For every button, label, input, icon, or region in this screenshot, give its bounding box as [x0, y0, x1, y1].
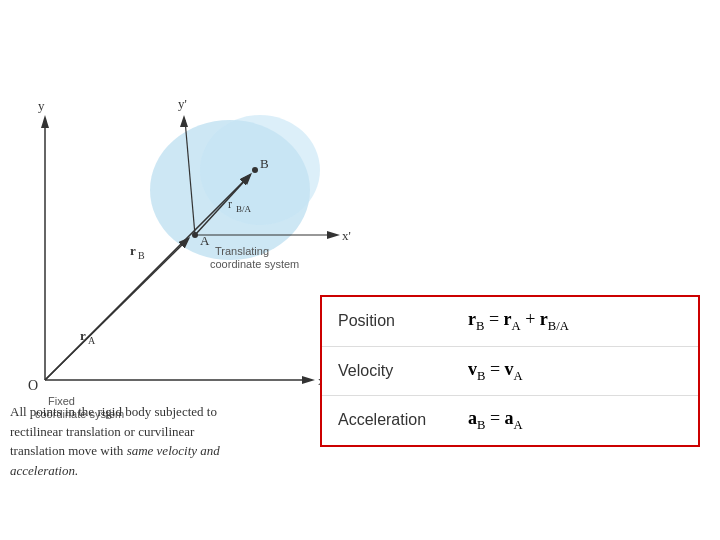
svg-marker-10 [180, 115, 188, 127]
acceleration-label: Acceleration [322, 396, 452, 445]
table-row-velocity: Velocity vB = vA [322, 346, 698, 396]
info-table: Position rB = rA + rB/A Velocity vB = vA… [322, 297, 698, 445]
svg-line-22 [45, 176, 249, 380]
description-text: All points in the rigid body subjected t… [10, 402, 250, 480]
svg-marker-13 [327, 231, 340, 239]
info-table-container: Position rB = rA + rB/A Velocity vB = vA… [320, 295, 700, 447]
velocity-label: Velocity [322, 346, 452, 396]
svg-text:y': y' [178, 96, 187, 111]
table-row-position: Position rB = rA + rB/A [322, 297, 698, 346]
svg-text:B: B [138, 250, 145, 261]
acceleration-formula: aB = aA [452, 396, 698, 445]
svg-text:A: A [200, 233, 210, 248]
position-label: Position [322, 297, 452, 346]
table-row-acceleration: Acceleration aB = aA [322, 396, 698, 445]
velocity-formula: vB = vA [452, 346, 698, 396]
svg-text:x': x' [342, 228, 351, 243]
svg-point-17 [252, 167, 258, 173]
svg-marker-7 [302, 376, 315, 384]
svg-text:B: B [260, 156, 269, 171]
svg-text:r: r [228, 197, 232, 211]
svg-text:y: y [38, 98, 45, 113]
svg-text:O: O [28, 378, 38, 393]
svg-text:r: r [130, 243, 136, 258]
svg-text:coordinate system: coordinate system [210, 258, 299, 270]
svg-text:Translating: Translating [215, 245, 269, 257]
position-formula: rB = rA + rB/A [452, 297, 698, 346]
svg-marker-4 [41, 115, 49, 128]
svg-text:B/A: B/A [236, 204, 252, 214]
